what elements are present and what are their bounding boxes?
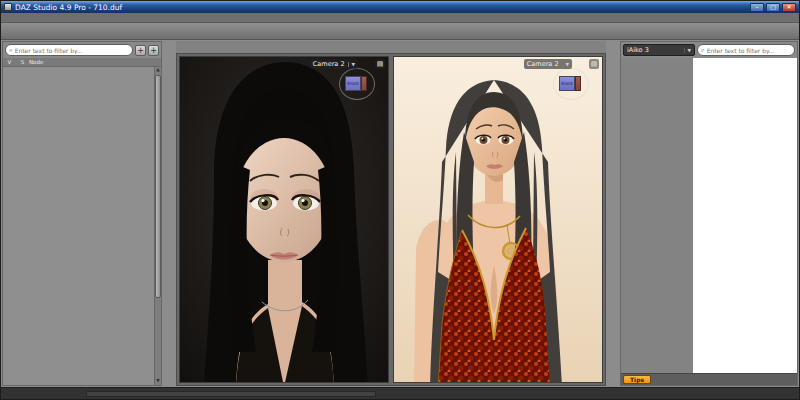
- window-controls: – □ ✕: [750, 3, 796, 12]
- pane-options-icon[interactable]: ▤: [589, 59, 599, 69]
- main-area: ⌕ + + V S Node ▲ ▼: [1, 40, 799, 387]
- camera-selector-bar[interactable]: Camera 2 ▼: [524, 59, 572, 69]
- toolbar: [1, 23, 799, 40]
- node-selector-arrow-icon: ▼: [684, 48, 691, 53]
- close-button[interactable]: ✕: [782, 3, 796, 12]
- scene-scrollbar[interactable]: ▲ ▼: [154, 67, 161, 385]
- viewport-area: Camera 2 ▼ ▤ Front: [176, 41, 606, 386]
- scroll-up-icon[interactable]: ▲: [155, 67, 161, 74]
- scene-tree-header: V S Node: [3, 58, 161, 67]
- camera-dropdown-icon[interactable]: ▼: [562, 62, 569, 67]
- camera-selector-label[interactable]: Camera 2: [313, 60, 345, 68]
- parameters-filter-input[interactable]: [707, 47, 791, 54]
- viewport-panes: Camera 2 ▼ ▤ Front: [176, 53, 606, 386]
- add-node-button[interactable]: +: [135, 45, 146, 56]
- selectable-column-header: S: [16, 59, 29, 65]
- cube-front-face[interactable]: Front: [345, 76, 361, 91]
- title-bar[interactable]: DAZ Studio 4.9 Pro - 710.duf – □ ✕: [1, 1, 799, 13]
- viewport-pane-left[interactable]: Camera 2 ▼ ▤ Front: [179, 56, 389, 383]
- search-icon: ⌕: [701, 46, 705, 54]
- scene-search-box: ⌕: [5, 44, 133, 56]
- view-cube[interactable]: Front: [342, 71, 372, 97]
- parameters-nav: [621, 58, 693, 373]
- scroll-down-icon[interactable]: ▼: [155, 378, 161, 385]
- daz-studio-window: DAZ Studio 4.9 Pro - 710.duf – □ ✕ ⌕ + +…: [0, 0, 800, 400]
- right-tab-strip: [606, 40, 619, 387]
- scene-panel: ⌕ + + V S Node ▲ ▼: [2, 41, 162, 386]
- menu-bar: [1, 13, 799, 23]
- scene-filter-row: ⌕ + +: [3, 42, 161, 58]
- status-segment: [86, 391, 376, 397]
- viewport-pane-right[interactable]: Camera 2 ▼ ▤ Front: [393, 56, 603, 383]
- parameters-search-box: ⌕: [697, 44, 795, 56]
- camera-selector-label[interactable]: Camera 2: [527, 60, 559, 68]
- node-column-header: Node: [29, 59, 161, 65]
- parameters-header: iAiko 3 ▼ ⌕: [621, 42, 797, 58]
- pane-options-icon[interactable]: ▤: [375, 59, 385, 69]
- cube-front-face[interactable]: Front: [559, 76, 575, 91]
- status-bar: [1, 387, 799, 399]
- parameters-panel: iAiko 3 ▼ ⌕ Tips: [620, 41, 798, 386]
- render-right-character[interactable]: [394, 57, 602, 382]
- add-filter-button[interactable]: +: [148, 45, 159, 56]
- tips-button[interactable]: Tips: [623, 375, 651, 384]
- camera-dropdown-icon[interactable]: ▼: [348, 62, 355, 67]
- visibility-column-header: V: [3, 59, 16, 65]
- cube-side-face[interactable]: [361, 76, 367, 91]
- left-tab-strip: [163, 40, 176, 387]
- parameters-sliders: [693, 58, 797, 373]
- viewport-tab-bar: [176, 41, 606, 53]
- maximize-button[interactable]: □: [766, 3, 780, 12]
- render-left-character[interactable]: [180, 57, 388, 382]
- scene-filter-input[interactable]: [15, 47, 129, 54]
- node-selector-label: iAiko 3: [627, 46, 649, 54]
- window-title: DAZ Studio 4.9 Pro - 710.duf: [15, 3, 122, 12]
- scrollbar-thumb[interactable]: [155, 75, 161, 298]
- app-icon: [4, 3, 12, 11]
- view-cube[interactable]: Front: [556, 71, 586, 97]
- search-icon: ⌕: [9, 46, 13, 54]
- minimize-button[interactable]: –: [750, 3, 764, 12]
- camera-selector-bar[interactable]: Camera 2 ▼: [310, 59, 358, 69]
- parameters-body: [621, 58, 797, 373]
- parameters-footer: Tips: [621, 373, 797, 385]
- scene-tree: ▲ ▼: [3, 67, 161, 385]
- cube-side-face[interactable]: [575, 76, 581, 91]
- node-selector-dropdown[interactable]: iAiko 3 ▼: [623, 44, 695, 56]
